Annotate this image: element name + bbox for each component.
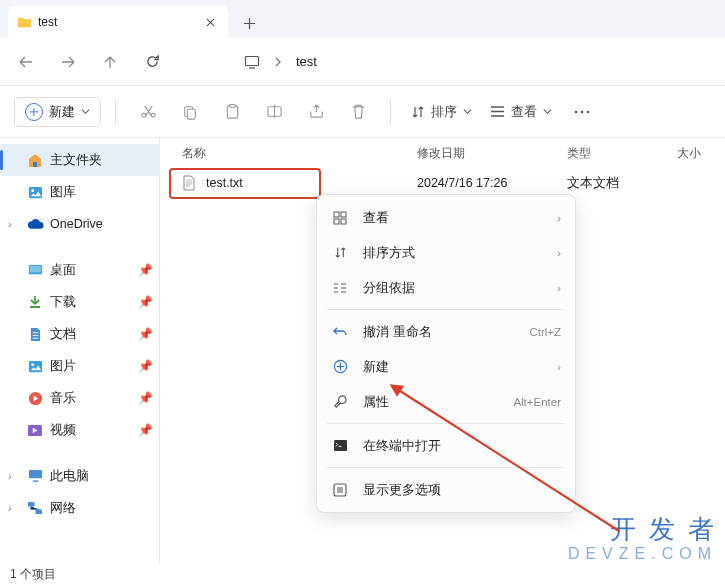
svg-point-10 [31, 189, 34, 192]
chevron-right-icon: › [8, 470, 20, 482]
svg-rect-21 [341, 212, 346, 217]
context-menu: 查看 › 排序方式 › 分组依据 › 撤消 重命名 Ctrl+Z 新建 › 属性… [316, 194, 576, 513]
ctx-label: 在终端中打开 [363, 437, 561, 455]
column-header-date[interactable]: 修改日期 [417, 145, 567, 162]
sidebar-item-network[interactable]: › 网络 [0, 492, 159, 524]
group-icon [331, 279, 349, 297]
video-icon [26, 421, 44, 439]
column-header-name[interactable]: 名称 [182, 145, 417, 162]
chevron-right-icon: › [557, 212, 561, 224]
column-headers: 名称 修改日期 类型 大小 [160, 138, 725, 168]
share-button[interactable] [298, 94, 334, 130]
svg-rect-13 [28, 360, 41, 371]
svg-rect-0 [246, 56, 259, 65]
view-button[interactable]: 查看 [484, 100, 558, 124]
svg-rect-2 [187, 109, 195, 119]
desktop-icon [26, 261, 44, 279]
sidebar-label: 网络 [50, 500, 153, 517]
column-header-size[interactable]: 大小 [677, 145, 725, 162]
sidebar-item-documents[interactable]: 文档 📌 [0, 318, 159, 350]
more-button[interactable] [564, 94, 600, 130]
svg-rect-18 [28, 502, 35, 507]
sidebar-item-onedrive[interactable]: › OneDrive [0, 208, 159, 240]
undo-icon [331, 323, 349, 341]
list-icon [490, 105, 505, 118]
sidebar-item-pictures[interactable]: 图片 📌 [0, 350, 159, 382]
pin-icon: 📌 [138, 391, 153, 405]
sort-icon [331, 244, 349, 262]
sidebar-item-gallery[interactable]: 图库 [0, 176, 159, 208]
home-icon [26, 151, 44, 169]
sidebar-item-thispc[interactable]: › 此电脑 [0, 460, 159, 492]
ctx-label: 排序方式 [363, 244, 543, 262]
address-segment[interactable]: test [296, 54, 317, 69]
pin-icon: 📌 [138, 327, 153, 341]
file-type: 文本文档 [567, 175, 677, 192]
paste-button[interactable] [214, 94, 250, 130]
toolbar: 新建 排序 查看 [0, 86, 725, 138]
network-icon [26, 499, 44, 517]
ctx-label: 分组依据 [363, 279, 543, 297]
tab-active[interactable]: test [8, 6, 228, 38]
ctx-sort[interactable]: 排序方式 › [317, 235, 575, 270]
sidebar-item-downloads[interactable]: 下载 📌 [0, 286, 159, 318]
tab-bar: test [0, 0, 725, 38]
ctx-label: 撤消 重命名 [363, 323, 515, 341]
close-icon[interactable] [202, 14, 218, 30]
svg-rect-25 [334, 440, 347, 451]
wrench-icon [331, 393, 349, 411]
text-file-icon [182, 175, 198, 191]
ctx-label: 显示更多选项 [363, 481, 561, 499]
chevron-down-icon [463, 107, 472, 116]
file-name: test.txt [206, 176, 243, 190]
view-label: 查看 [511, 103, 537, 121]
column-header-type[interactable]: 类型 [567, 145, 677, 162]
ctx-more[interactable]: 显示更多选项 [317, 472, 575, 507]
grid-icon [331, 209, 349, 227]
ctx-properties[interactable]: 属性 Alt+Enter [317, 384, 575, 419]
chevron-right-icon: › [8, 218, 20, 230]
address-bar[interactable]: test [244, 54, 317, 70]
svg-rect-19 [35, 509, 42, 514]
refresh-button[interactable] [142, 52, 162, 72]
sidebar-label: OneDrive [50, 217, 153, 231]
delete-button[interactable] [340, 94, 376, 130]
up-button[interactable] [100, 52, 120, 72]
ctx-label: 属性 [363, 393, 499, 411]
sidebar-label: 桌面 [50, 262, 132, 279]
ctx-view[interactable]: 查看 › [317, 200, 575, 235]
ctx-shortcut: Ctrl+Z [529, 326, 561, 338]
forward-button[interactable] [58, 52, 78, 72]
back-button[interactable] [16, 52, 36, 72]
chevron-right-icon: › [8, 502, 20, 514]
svg-rect-4 [229, 104, 235, 107]
svg-rect-23 [341, 219, 346, 224]
ctx-terminal[interactable]: 在终端中打开 [317, 428, 575, 463]
pin-icon: 📌 [138, 423, 153, 437]
chevron-right-icon: › [557, 361, 561, 373]
sidebar-label: 下载 [50, 294, 132, 311]
new-tab-button[interactable] [234, 8, 264, 38]
sidebar-label: 此电脑 [50, 468, 153, 485]
sidebar-label: 主文件夹 [50, 152, 153, 169]
folder-icon [16, 14, 32, 30]
cut-button[interactable] [130, 94, 166, 130]
divider [390, 100, 391, 124]
document-icon [26, 325, 44, 343]
rename-button[interactable] [256, 94, 292, 130]
new-button[interactable]: 新建 [14, 97, 101, 127]
pin-icon: 📌 [138, 359, 153, 373]
status-bar: 1 个项目 [0, 563, 725, 585]
chevron-right-icon [274, 57, 282, 67]
sort-label: 排序 [431, 103, 457, 121]
sidebar-item-music[interactable]: 音乐 📌 [0, 382, 159, 414]
ctx-new[interactable]: 新建 › [317, 349, 575, 384]
sidebar-item-desktop[interactable]: 桌面 📌 [0, 254, 159, 286]
sidebar-item-videos[interactable]: 视频 📌 [0, 414, 159, 446]
ctx-undo[interactable]: 撤消 重命名 Ctrl+Z [317, 314, 575, 349]
ctx-label: 新建 [363, 358, 543, 376]
sort-button[interactable]: 排序 [405, 100, 478, 124]
copy-button[interactable] [172, 94, 208, 130]
ctx-group[interactable]: 分组依据 › [317, 270, 575, 305]
sidebar-item-home[interactable]: 主文件夹 [0, 144, 159, 176]
